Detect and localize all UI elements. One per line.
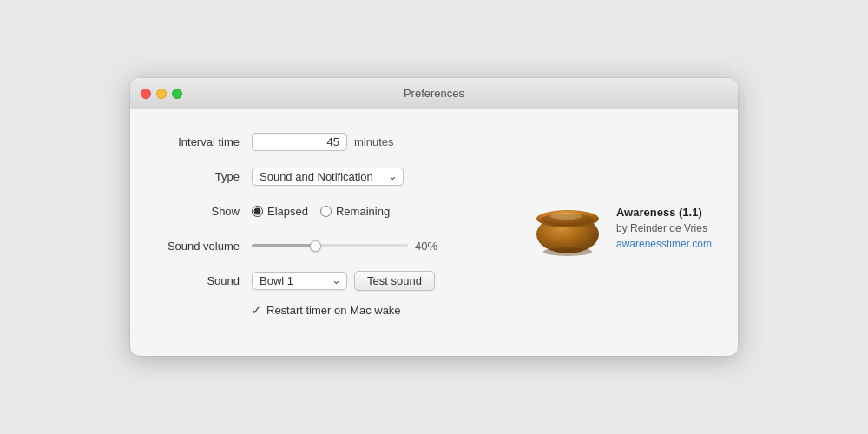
app-info-panel: Awareness (1.1) by Reinder de Vries awar… — [524, 130, 712, 317]
minimize-button[interactable] — [156, 89, 167, 99]
volume-label: Sound volume — [156, 240, 252, 253]
sound-select[interactable]: Bowl 1 Bowl 2 Bowl 3 Gong — [252, 272, 347, 290]
interval-unit-label: minutes — [354, 135, 394, 148]
test-sound-button[interactable]: Test sound — [354, 271, 435, 291]
traffic-lights — [141, 89, 182, 99]
restart-checkbox-row: ✓ Restart timer on Mac wake — [156, 304, 498, 317]
settings-panel: Interval time minutes Type Sound and Not… — [156, 130, 498, 317]
show-label: Show — [156, 205, 252, 218]
volume-percent-label: 40% — [415, 240, 445, 253]
volume-container: 40% — [252, 240, 445, 253]
type-select[interactable]: Sound and Notification Sound only Notifi… — [252, 168, 404, 186]
preferences-window: Preferences Interval time minutes Type S… — [130, 78, 738, 356]
window-title: Preferences — [404, 87, 464, 100]
elapsed-radio[interactable] — [252, 206, 263, 217]
svg-point-3 — [550, 213, 582, 220]
volume-slider[interactable] — [252, 244, 408, 247]
show-radio-group: Elapsed Remaining — [252, 205, 390, 218]
remaining-radio-option[interactable]: Remaining — [320, 205, 390, 218]
sound-controls: Bowl 1 Bowl 2 Bowl 3 Gong Test sound — [252, 271, 435, 291]
checkmark-icon: ✓ — [252, 304, 261, 317]
interval-time-row: Interval time minutes — [156, 130, 498, 153]
elapsed-radio-option[interactable]: Elapsed — [252, 205, 308, 218]
content-area: Interval time minutes Type Sound and Not… — [130, 109, 738, 338]
type-select-wrapper: Sound and Notification Sound only Notifi… — [252, 168, 404, 186]
show-row: Show Elapsed Remaining — [156, 200, 498, 222]
title-bar: Preferences — [130, 78, 738, 109]
sound-label: Sound — [156, 274, 252, 287]
sound-select-wrapper: Bowl 1 Bowl 2 Bowl 3 Gong — [252, 272, 347, 290]
close-button[interactable] — [141, 89, 151, 99]
sound-row: Sound Bowl 1 Bowl 2 Bowl 3 Gong Test sou… — [156, 269, 498, 292]
interval-time-label: Interval time — [156, 135, 252, 148]
elapsed-label: Elapsed — [267, 205, 308, 218]
remaining-label: Remaining — [336, 205, 390, 218]
app-details: Awareness (1.1) by Reinder de Vries awar… — [616, 206, 712, 250]
remaining-radio[interactable] — [320, 206, 332, 217]
type-row: Type Sound and Notification Sound only N… — [156, 165, 498, 187]
maximize-button[interactable] — [172, 89, 182, 99]
svg-point-4 — [543, 247, 592, 256]
bowl-image — [533, 198, 602, 259]
interval-time-input[interactable] — [252, 133, 347, 151]
app-author: by Reinder de Vries — [616, 222, 712, 234]
type-label: Type — [156, 170, 252, 183]
app-name: Awareness (1.1) — [616, 206, 712, 219]
restart-checkbox-label[interactable]: Restart timer on Mac wake — [266, 304, 401, 317]
volume-row: Sound volume 40% — [156, 234, 498, 257]
app-link[interactable]: awarenesstimer.com — [616, 238, 712, 250]
